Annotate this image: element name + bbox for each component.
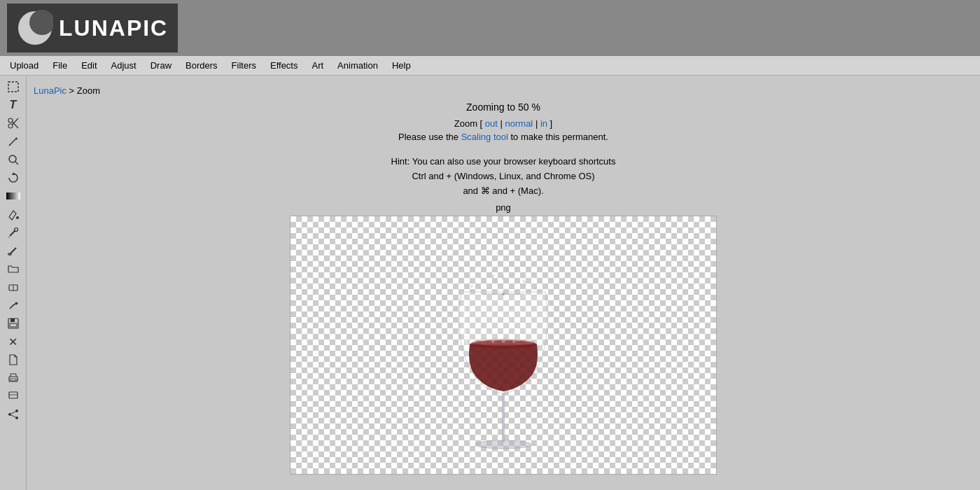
svg-line-11 bbox=[15, 162, 18, 164]
svg-line-7 bbox=[9, 139, 16, 146]
layers-tool[interactable] bbox=[4, 388, 23, 405]
zoom-prefix: Zoom [ bbox=[454, 118, 485, 129]
brush-tool[interactable] bbox=[4, 242, 23, 259]
svg-line-18 bbox=[10, 248, 16, 253]
hint-line3: and ⌘ and + (Mac). bbox=[391, 184, 616, 199]
eraser-tool[interactable] bbox=[4, 279, 23, 295]
content-area: LunaPic > Zoom Zooming to 50 % Zoom [ ou… bbox=[27, 76, 980, 490]
svg-point-50 bbox=[512, 340, 515, 343]
svg-rect-27 bbox=[9, 392, 18, 398]
wine-glass-image bbox=[433, 236, 573, 474]
nav-borders[interactable]: Borders bbox=[178, 57, 225, 74]
svg-point-16 bbox=[14, 228, 18, 232]
svg-point-49 bbox=[502, 340, 505, 343]
svg-point-52 bbox=[475, 440, 531, 449]
text-tool[interactable]: T bbox=[4, 97, 23, 113]
png-label: png bbox=[496, 202, 511, 213]
gradient-tool[interactable] bbox=[4, 188, 23, 204]
marquee-tool[interactable] bbox=[4, 78, 23, 95]
svg-point-48 bbox=[491, 340, 494, 343]
breadcrumb-current: Zoom bbox=[77, 85, 100, 96]
breadcrumb-home[interactable]: LunaPic bbox=[34, 85, 66, 96]
new-page-tool[interactable] bbox=[4, 351, 23, 368]
svg-point-42 bbox=[508, 269, 510, 270]
svg-point-40 bbox=[470, 284, 473, 288]
svg-point-31 bbox=[15, 416, 18, 419]
svg-rect-13 bbox=[6, 192, 20, 200]
hint-line2: Ctrl and + (Windows, Linux, and Chrome O… bbox=[391, 169, 616, 184]
nav-effects[interactable]: Effects bbox=[263, 57, 305, 74]
main-layout: T bbox=[0, 76, 980, 490]
share-tool[interactable] bbox=[4, 406, 23, 423]
zoom-links: Zoom [ out | normal | in ] bbox=[398, 118, 608, 129]
save-tool[interactable] bbox=[4, 315, 23, 332]
svg-point-14 bbox=[16, 216, 19, 219]
breadcrumb-separator: > bbox=[66, 85, 77, 96]
pencil-tool[interactable] bbox=[4, 133, 23, 150]
zoom-out-link[interactable]: out bbox=[485, 118, 498, 129]
svg-line-6 bbox=[12, 118, 18, 125]
zoom-tool[interactable] bbox=[4, 151, 23, 168]
svg-line-15 bbox=[10, 230, 15, 236]
svg-point-29 bbox=[15, 410, 18, 412]
nav-help[interactable]: Help bbox=[385, 57, 418, 74]
rotate-tool[interactable] bbox=[4, 169, 23, 186]
svg-point-36 bbox=[491, 274, 494, 279]
header: LUNAPIC bbox=[0, 0, 980, 56]
svg-rect-26 bbox=[10, 379, 16, 381]
info-area: Zooming to 50 % Zoom [ out | normal | in… bbox=[398, 102, 608, 148]
scissors-tool[interactable] bbox=[4, 115, 23, 132]
logo-area: LUNAPIC bbox=[7, 4, 178, 52]
zoom-suffix: ] bbox=[547, 118, 552, 129]
logo-text: LUNAPIC bbox=[59, 15, 168, 41]
scaling-tool-link[interactable]: Scaling tool bbox=[461, 132, 508, 142]
svg-point-37 bbox=[522, 279, 526, 284]
close-tool[interactable]: ✕ bbox=[4, 333, 23, 350]
hint-line1: Hint: You can also use your browser keyb… bbox=[391, 155, 616, 169]
svg-rect-24 bbox=[10, 323, 17, 327]
folder-tool[interactable] bbox=[4, 260, 23, 277]
nav-file[interactable]: File bbox=[46, 57, 74, 74]
svg-marker-17 bbox=[8, 237, 10, 238]
nav-art[interactable]: Art bbox=[304, 57, 330, 74]
eyedropper-tool[interactable] bbox=[4, 224, 23, 241]
nav-adjust[interactable]: Adjust bbox=[104, 57, 144, 74]
paint-bucket-tool[interactable] bbox=[4, 206, 23, 223]
svg-point-43 bbox=[497, 268, 498, 270]
image-canvas bbox=[290, 216, 717, 475]
nav-edit[interactable]: Edit bbox=[74, 57, 104, 74]
svg-point-10 bbox=[9, 155, 16, 162]
zoom-title: Zooming to 50 % bbox=[398, 102, 608, 113]
svg-point-30 bbox=[8, 413, 11, 416]
svg-point-3 bbox=[8, 118, 13, 122]
svg-point-34 bbox=[501, 275, 505, 281]
svg-point-4 bbox=[8, 124, 13, 128]
svg-point-19 bbox=[8, 253, 12, 255]
scaling-prefix: Please use the bbox=[398, 132, 461, 142]
breadcrumb: LunaPic > Zoom bbox=[27, 83, 980, 102]
zoom-sep1: | bbox=[498, 118, 505, 129]
print-tool[interactable] bbox=[4, 370, 23, 386]
sidebar: T bbox=[0, 76, 27, 490]
svg-point-41 bbox=[503, 270, 504, 272]
navbar: Upload File Edit Adjust Draw Borders Fil… bbox=[0, 56, 980, 76]
svg-line-5 bbox=[12, 122, 18, 128]
smudge-tool[interactable] bbox=[4, 297, 23, 314]
nav-animation[interactable]: Animation bbox=[330, 57, 385, 74]
scaling-line: Please use the Scaling tool to make this… bbox=[398, 132, 608, 142]
scaling-suffix: to make this permanent. bbox=[508, 132, 608, 142]
svg-point-38 bbox=[480, 278, 484, 283]
zoom-in-link[interactable]: in bbox=[540, 118, 547, 129]
svg-rect-23 bbox=[10, 318, 15, 322]
nav-upload[interactable]: Upload bbox=[3, 57, 46, 74]
zoom-sep2: | bbox=[533, 118, 540, 129]
svg-point-39 bbox=[533, 287, 537, 291]
nav-draw[interactable]: Draw bbox=[144, 57, 178, 74]
nav-filters[interactable]: Filters bbox=[225, 57, 263, 74]
hint-area: Hint: You can also use your browser keyb… bbox=[391, 155, 616, 198]
svg-line-32 bbox=[11, 412, 15, 414]
svg-rect-2 bbox=[8, 82, 18, 92]
zoom-normal-link[interactable]: normal bbox=[505, 118, 533, 129]
svg-point-44 bbox=[514, 272, 516, 274]
logo-moon-icon bbox=[17, 10, 53, 46]
